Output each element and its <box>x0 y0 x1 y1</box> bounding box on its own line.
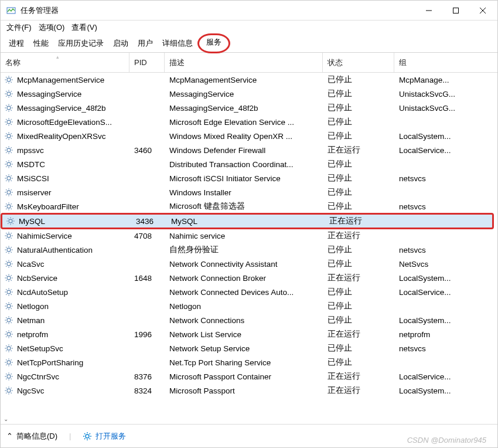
service-row[interactable]: McpManagementServiceMcpManagementService… <box>1 73 497 87</box>
svg-line-111 <box>6 238 6 239</box>
service-desc: Nahimic service <box>165 232 323 240</box>
service-status: 正在运行 <box>325 216 396 226</box>
tab-1[interactable]: 性能 <box>29 35 53 52</box>
service-status: 已停止 <box>323 131 394 141</box>
service-group: LocalSystem... <box>394 316 470 325</box>
service-pid: 8324 <box>129 386 165 395</box>
tab-2[interactable]: 应用历史记录 <box>53 35 108 52</box>
window-title: 任务管理器 <box>21 5 415 16</box>
svg-line-67 <box>11 161 12 162</box>
service-name: mpssvc <box>17 146 44 155</box>
service-status: 已停止 <box>323 259 394 269</box>
service-row[interactable]: NetmanNetwork Connections已停止LocalSystem.… <box>1 313 497 327</box>
fewer-details-toggle[interactable]: ⌃简略信息(D) <box>6 431 57 442</box>
open-services-link[interactable]: 打开服务 <box>83 431 126 442</box>
service-gear-icon <box>6 216 15 226</box>
svg-line-190 <box>6 359 6 360</box>
svg-line-47 <box>11 138 12 139</box>
svg-line-94 <box>11 203 12 204</box>
service-gear-icon <box>4 315 13 325</box>
svg-point-167 <box>7 332 11 336</box>
svg-line-139 <box>11 275 12 276</box>
menu-file[interactable]: 文件(F) <box>6 22 32 33</box>
col-group[interactable]: 组 <box>394 53 470 72</box>
service-status: 正在运行 <box>323 371 394 382</box>
svg-line-109 <box>6 233 6 233</box>
col-status[interactable]: 状态 <box>323 53 394 72</box>
service-name: MsKeyboardFilter <box>17 202 79 211</box>
svg-line-28 <box>6 105 6 106</box>
col-pid[interactable]: PID <box>129 53 165 72</box>
service-row[interactable]: mpssvc3460Windows Defender Firewall正在运行L… <box>1 143 497 157</box>
svg-line-182 <box>11 351 12 351</box>
svg-line-200 <box>11 379 12 379</box>
svg-point-176 <box>7 347 11 350</box>
service-row[interactable]: NcdAutoSetupNetwork Connected Devices Au… <box>1 285 497 299</box>
service-pid: 3436 <box>131 217 166 226</box>
service-name: MSiSCSI <box>17 174 49 183</box>
minimize-button[interactable] <box>415 1 442 20</box>
tab-3[interactable]: 启动 <box>108 35 133 52</box>
service-row[interactable]: NetlogonNetlogon已停止 <box>1 299 497 313</box>
svg-line-163 <box>6 317 6 318</box>
close-button[interactable] <box>469 1 496 20</box>
tab-4[interactable]: 用户 <box>133 35 158 52</box>
svg-line-39 <box>6 124 6 125</box>
service-row[interactable]: MessagingService_48f2bMessagingService_4… <box>1 101 497 115</box>
service-row[interactable]: NetTcpPortSharingNet.Tcp Port Sharing Se… <box>1 355 497 369</box>
col-name[interactable]: 名称 <box>1 53 129 72</box>
service-status: 已停止 <box>323 187 394 198</box>
service-row[interactable]: NcbService1648Network Connection Broker正… <box>1 271 497 285</box>
svg-line-93 <box>6 209 6 209</box>
services-list[interactable]: McpManagementServiceMcpManagementService… <box>1 73 497 424</box>
service-row[interactable]: msiserverWindows Installer已停止 <box>1 185 497 199</box>
menu-view[interactable]: 查看(V) <box>71 22 97 33</box>
svg-point-122 <box>7 262 11 266</box>
tab-5[interactable]: 详细信息 <box>158 35 197 52</box>
svg-line-66 <box>6 167 6 167</box>
service-gear-icon <box>4 273 13 283</box>
service-row[interactable]: NgcCtnrSvc8376Microsoft Passport Contain… <box>1 369 497 383</box>
service-row[interactable]: MySQL3436MySQL正在运行 <box>1 213 494 229</box>
svg-point-23 <box>7 106 11 110</box>
service-row[interactable]: MicrosoftEdgeElevationS...Microsoft Edge… <box>1 115 497 129</box>
svg-line-76 <box>11 175 12 176</box>
service-row[interactable]: MessagingServiceMessagingService已停止Unist… <box>1 87 497 101</box>
service-row[interactable]: NahimicService4708Nahimic service正在运行 <box>1 229 497 243</box>
svg-line-193 <box>11 359 12 360</box>
service-name: MessagingService <box>17 90 81 99</box>
service-group: UnistackSvcG... <box>394 104 470 113</box>
svg-line-217 <box>84 433 86 435</box>
service-row[interactable]: NgcSvc8324Microsoft Passport正在运行LocalSys… <box>1 383 497 398</box>
service-desc: Microsoft Passport Container <box>165 372 323 381</box>
service-row[interactable]: MixedRealityOpenXRSvcWindows Mixed Reali… <box>1 129 497 143</box>
svg-line-85 <box>11 189 12 190</box>
service-name: netprofm <box>17 330 48 339</box>
window-controls <box>415 1 496 20</box>
col-desc[interactable]: 描述 <box>165 53 323 72</box>
service-group: netsvcs <box>394 202 470 211</box>
svg-line-37 <box>6 119 6 120</box>
service-row[interactable]: MSDTCDistributed Transaction Coordinat..… <box>1 157 497 171</box>
service-row[interactable]: netprofm1996Network List Service正在运行netp… <box>1 327 497 341</box>
service-gear-icon <box>4 202 13 211</box>
service-row[interactable]: NaturalAuthentication自然身份验证已停止netsvcs <box>1 243 497 257</box>
tab-6[interactable]: 服务 <box>197 33 230 53</box>
service-row[interactable]: NcaSvcNetwork Connectivity Assistant已停止N… <box>1 257 497 271</box>
svg-line-156 <box>6 308 6 309</box>
service-row[interactable]: MsKeyboardFilterMicrosoft 键盘筛选器已停止netsvc… <box>1 199 497 213</box>
service-row[interactable]: MSiSCSIMicrosoft iSCSI Initiator Service… <box>1 171 497 185</box>
svg-line-166 <box>11 317 12 318</box>
tab-0[interactable]: 进程 <box>4 35 29 52</box>
service-gear-icon <box>4 386 13 395</box>
service-status: 正在运行 <box>323 329 394 340</box>
svg-point-14 <box>7 92 11 96</box>
svg-point-41 <box>7 134 11 138</box>
svg-line-164 <box>11 323 12 323</box>
menu-options[interactable]: 选项(O) <box>39 22 65 33</box>
svg-point-32 <box>7 120 11 124</box>
service-row[interactable]: NetSetupSvcNetwork Setup Service已停止netsv… <box>1 341 497 355</box>
svg-line-40 <box>11 119 12 120</box>
svg-line-208 <box>6 388 6 388</box>
maximize-button[interactable] <box>442 1 469 20</box>
